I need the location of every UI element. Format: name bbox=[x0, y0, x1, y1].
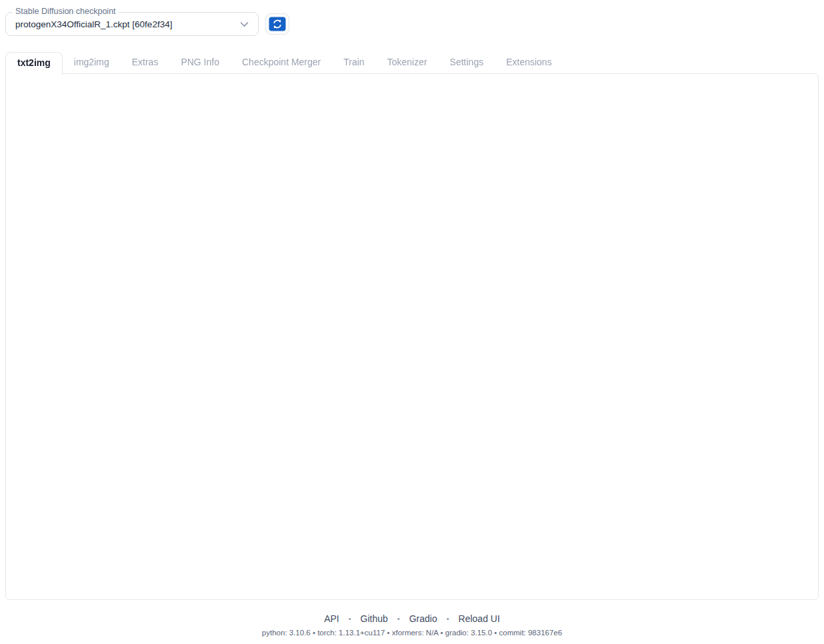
github-link[interactable]: Github bbox=[361, 613, 388, 624]
tab-txt2img[interactable]: txt2img bbox=[5, 52, 63, 75]
bullet-separator: • bbox=[349, 615, 351, 623]
main-tabs: txt2img img2img Extras PNG Info Checkpoi… bbox=[5, 52, 819, 74]
bullet-separator: • bbox=[447, 615, 449, 623]
refresh-checkpoint-button[interactable] bbox=[265, 13, 289, 35]
checkpoint-select[interactable]: Stable Diffusion checkpoint protogenX34O… bbox=[5, 12, 259, 36]
refresh-icon bbox=[269, 17, 286, 31]
bullet-separator: • bbox=[397, 615, 400, 623]
footer-links: API • Github • Gradio • Reload UI bbox=[0, 613, 824, 624]
tab-extensions[interactable]: Extensions bbox=[495, 52, 563, 74]
tab-tokenizer[interactable]: Tokenizer bbox=[376, 52, 439, 74]
tab-train[interactable]: Train bbox=[332, 52, 375, 74]
tab-png-info[interactable]: PNG Info bbox=[169, 52, 231, 74]
reload-ui-link[interactable]: Reload UI bbox=[459, 613, 500, 624]
version-info: python: 3.10.6 • torch: 1.13.1+cu117 • x… bbox=[0, 629, 824, 637]
sd-webui: Stable Diffusion checkpoint protogenX34O… bbox=[0, 0, 824, 644]
txt2img-panel bbox=[5, 73, 819, 600]
tab-extras[interactable]: Extras bbox=[121, 52, 170, 74]
checkpoint-value: protogenX34OfficialR_1.ckpt [60fe2f34] bbox=[15, 19, 240, 29]
gradio-link[interactable]: Gradio bbox=[409, 613, 437, 624]
chevron-down-icon bbox=[240, 21, 249, 27]
checkpoint-label: Stable Diffusion checkpoint bbox=[13, 7, 119, 16]
api-link[interactable]: API bbox=[324, 613, 339, 624]
tab-img2img[interactable]: img2img bbox=[63, 52, 121, 74]
tab-checkpoint-merger[interactable]: Checkpoint Merger bbox=[231, 52, 332, 74]
tab-settings[interactable]: Settings bbox=[439, 52, 495, 74]
